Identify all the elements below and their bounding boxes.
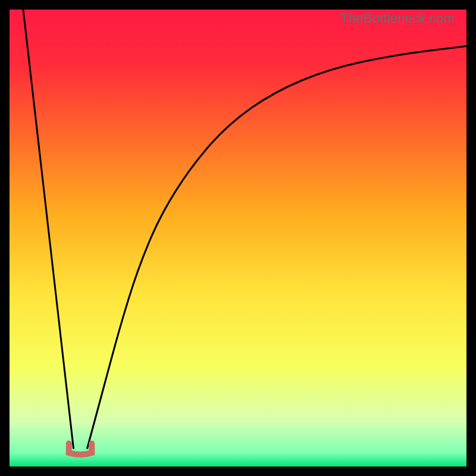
bottleneck-plot [10, 10, 466, 466]
watermark-text: TheBottleneck.com [340, 11, 455, 26]
heat-gradient-bg [10, 10, 466, 466]
chart-frame: TheBottleneck.com [10, 10, 466, 466]
